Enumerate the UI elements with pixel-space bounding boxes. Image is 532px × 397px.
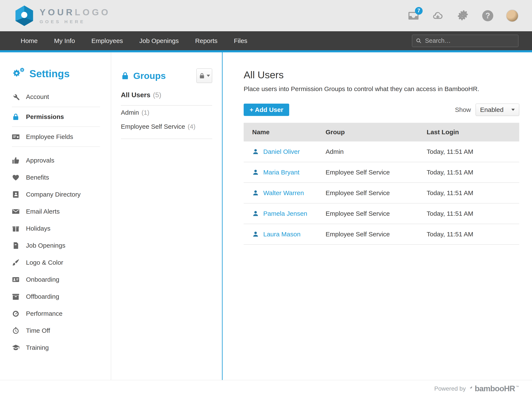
sidebar-item-job-openings[interactable]: Job Openings: [12, 237, 100, 254]
settings-button[interactable]: [456, 10, 469, 22]
table-row: Walter Warren Employee Self Service Toda…: [244, 183, 519, 203]
sidebar-item-benefits[interactable]: Benefits: [12, 169, 100, 186]
cloud-upload-icon: [432, 10, 444, 21]
group-label: All Users: [121, 91, 150, 99]
column-header-group: Group: [325, 129, 427, 136]
lock-plus-icon: [199, 73, 205, 79]
sidebar-item-company-directory[interactable]: Company Directory: [12, 186, 100, 203]
sidebar-item-performance[interactable]: Performance: [12, 305, 100, 322]
powered-by-label: Powered by: [434, 385, 466, 392]
user-link[interactable]: Daniel Oliver: [263, 148, 300, 155]
sidebar-item-label: Job Openings: [26, 242, 65, 249]
gears-icon: [456, 10, 469, 22]
fields-card-icon: [12, 133, 19, 141]
nav-item-job-openings[interactable]: Job Openings: [139, 37, 179, 44]
add-user-button[interactable]: + Add User: [244, 104, 289, 116]
group-item-employee-self-service[interactable]: Employee Self Service (4): [121, 120, 212, 134]
company-logo: YOURLOGO GOES HERE: [14, 5, 110, 27]
sidebar-item-label: Offboarding: [26, 293, 59, 300]
paintbrush-icon: [12, 259, 19, 266]
settings-title: Settings: [29, 68, 69, 80]
user-avatar[interactable]: [506, 10, 518, 22]
sidebar-item-approvals[interactable]: Approvals: [12, 152, 100, 169]
lock-icon: [12, 113, 19, 121]
archive-box-icon: [12, 293, 19, 300]
group-label: Employee Self Service: [121, 123, 185, 130]
app-header: YOURLOGO GOES HERE 7 ?: [0, 0, 532, 31]
global-search[interactable]: [412, 35, 518, 47]
column-header-last-login: Last Login: [427, 129, 519, 136]
sidebar-item-training[interactable]: Training: [12, 339, 100, 356]
sidebar-item-label: Account: [26, 93, 49, 100]
nav-item-files[interactable]: Files: [234, 37, 247, 44]
directory-icon: [12, 191, 19, 198]
person-icon: [252, 148, 259, 155]
document-flag-icon: [12, 242, 19, 249]
user-group: Employee Self Service: [325, 231, 427, 238]
groups-panel: Groups All Users (5) Admin (1) Employee …: [111, 52, 223, 380]
notifications-button[interactable]: 7: [408, 10, 419, 21]
enabled-filter-dropdown[interactable]: Enabled: [476, 104, 519, 116]
sidebar-item-offboarding[interactable]: Offboarding: [12, 288, 100, 305]
settings-sidebar: Settings Account Permissions Employee Fi…: [0, 52, 111, 380]
search-icon: [416, 38, 422, 44]
logo-hexagon-icon: [14, 5, 34, 27]
person-icon: [252, 169, 259, 176]
logo-text-primary: YOUR: [40, 7, 75, 17]
main-nav: Home My Info Employees Job Openings Repo…: [0, 31, 532, 50]
graduation-cap-icon: [12, 344, 19, 352]
user-last-login: Today, 11:51 AM: [427, 148, 519, 155]
sidebar-item-logo-color[interactable]: Logo & Color: [12, 254, 100, 271]
page-footer: Powered by bambooHR ™: [0, 380, 532, 397]
settings-header: Settings: [12, 68, 111, 80]
add-group-button[interactable]: [196, 68, 212, 83]
user-group: Employee Self Service: [325, 210, 427, 217]
user-group: Employee Self Service: [325, 169, 427, 176]
sidebar-item-label: Onboarding: [26, 276, 59, 283]
nav-item-home[interactable]: Home: [21, 37, 38, 44]
sidebar-item-label: Benefits: [26, 174, 49, 181]
groups-title: Groups: [133, 71, 166, 81]
user-last-login: Today, 11:51 AM: [427, 210, 519, 217]
table-header-row: Name Group Last Login: [244, 123, 519, 142]
user-last-login: Today, 11:51 AM: [427, 189, 519, 197]
sidebar-item-label: Logo & Color: [26, 259, 63, 266]
column-header-name: Name: [244, 129, 325, 136]
brand-name: bambooHR: [475, 385, 515, 392]
user-link[interactable]: Walter Warren: [263, 189, 304, 197]
nav-item-employees[interactable]: Employees: [91, 37, 123, 44]
sidebar-item-email-alerts[interactable]: Email Alerts: [12, 203, 100, 220]
user-group: Employee Self Service: [325, 189, 427, 197]
nav-item-reports[interactable]: Reports: [195, 37, 218, 44]
sidebar-item-label: Performance: [26, 310, 63, 317]
sidebar-item-account[interactable]: Account: [12, 87, 100, 107]
sidebar-item-label: Permissions: [26, 113, 64, 120]
user-link[interactable]: Maria Bryant: [263, 169, 299, 176]
add-files-button[interactable]: [432, 10, 444, 21]
wrench-icon: [12, 93, 19, 101]
accent-bar: [0, 50, 532, 52]
sidebar-item-label: Time Off: [26, 327, 50, 334]
sidebar-item-employee-fields[interactable]: Employee Fields: [12, 127, 100, 147]
sidebar-item-holidays[interactable]: Holidays: [12, 220, 100, 237]
group-item-admin[interactable]: Admin (1): [121, 105, 212, 120]
settings-gears-icon: [12, 68, 25, 80]
table-row: Daniel Oliver Admin Today, 11:51 AM: [244, 142, 519, 162]
page-description: Place users into Permission Groups to co…: [244, 85, 519, 93]
chevron-down-icon: [207, 75, 210, 77]
user-last-login: Today, 11:51 AM: [427, 231, 519, 238]
notification-badge: 7: [415, 7, 423, 15]
group-count: (4): [188, 123, 195, 130]
search-input[interactable]: [425, 37, 515, 44]
user-link[interactable]: Pamela Jensen: [263, 210, 307, 217]
person-icon: [252, 231, 259, 238]
sidebar-item-label: Email Alerts: [26, 208, 60, 215]
sidebar-item-onboarding[interactable]: Onboarding: [12, 271, 100, 288]
sidebar-item-time-off[interactable]: Time Off: [12, 322, 100, 339]
sidebar-item-permissions[interactable]: Permissions: [12, 107, 100, 127]
filter-value: Enabled: [480, 106, 503, 113]
help-button[interactable]: ?: [482, 10, 493, 21]
nav-item-my-info[interactable]: My Info: [54, 37, 75, 44]
group-item-all-users[interactable]: All Users (5): [121, 89, 212, 105]
user-link[interactable]: Laura Mason: [263, 231, 300, 238]
